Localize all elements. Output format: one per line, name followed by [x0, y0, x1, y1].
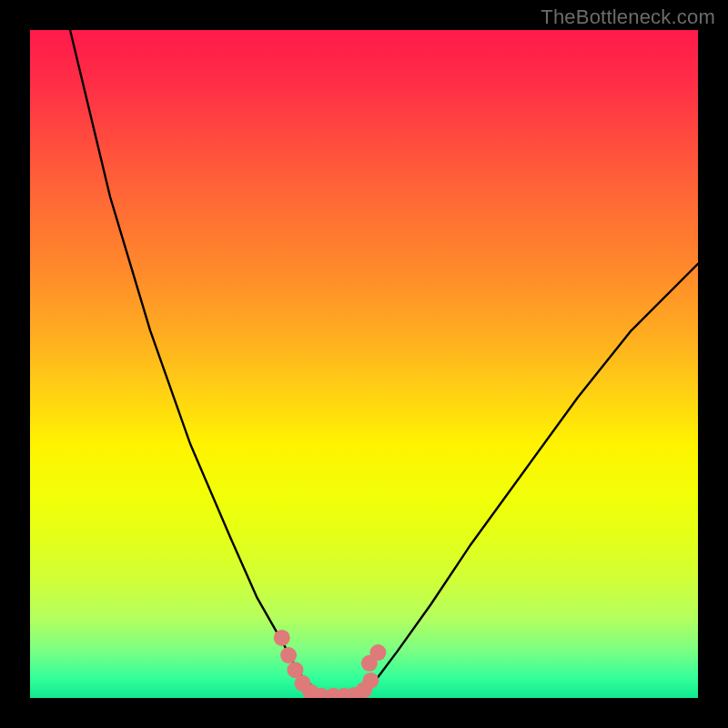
overlay-dot — [274, 630, 290, 646]
curve-layer — [70, 30, 698, 698]
overlay-dot — [362, 672, 379, 689]
plot-area — [30, 30, 698, 698]
bottleneck-curve — [70, 30, 698, 698]
overlay-dot — [280, 647, 297, 663]
watermark-text: TheBottleneck.com — [541, 5, 715, 29]
marker-layer — [274, 630, 387, 698]
overlay-dot — [369, 644, 386, 661]
chart-frame: TheBottleneck.com — [0, 0, 728, 728]
chart-svg — [30, 30, 698, 698]
